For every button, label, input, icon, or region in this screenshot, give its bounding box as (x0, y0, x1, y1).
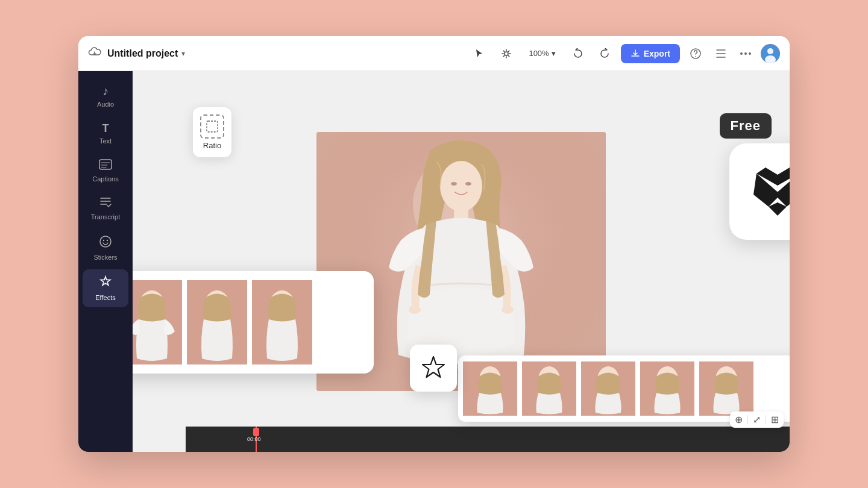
sidebar-effects-label: Effects (95, 294, 115, 301)
svg-point-2 (695, 55, 696, 57)
export-label: Export (644, 49, 670, 58)
audio-icon: ♪ (102, 84, 108, 98)
ratio-label: Ratio (203, 141, 221, 150)
timeline-zoom-controls: ⊕ ⤢ ⊞ (730, 411, 784, 428)
svg-point-11 (103, 240, 104, 241)
playhead-handle (253, 428, 259, 436)
zoom-control-button[interactable]: 100% ▾ (524, 46, 560, 60)
sidebar-item-captions[interactable]: Captions (83, 153, 128, 189)
effects-icon (99, 275, 112, 292)
project-title-chevron-icon: ▾ (181, 49, 185, 58)
zoom-chevron-icon: ▾ (552, 49, 556, 58)
help-button[interactable] (686, 44, 705, 63)
mobile-thumb-3 (252, 280, 312, 364)
svg-point-18 (451, 182, 457, 186)
captions-icon (99, 159, 112, 173)
select-tool-button[interactable] (471, 45, 489, 63)
divider-2 (766, 415, 766, 424)
svg-point-3 (740, 52, 743, 55)
sidebar-transcript-label: Transcript (91, 213, 121, 221)
transcript-icon (99, 197, 112, 211)
film-thumb-4 (640, 361, 694, 416)
pan-tool-button[interactable] (497, 45, 515, 63)
mobile-thumb-1 (133, 280, 182, 364)
redo-button[interactable] (596, 45, 614, 63)
toolbar-right: Export (621, 44, 780, 63)
project-title-button[interactable]: Untitled project ▾ (107, 48, 185, 59)
ratio-panel[interactable]: Ratio (193, 107, 231, 157)
svg-rect-9 (99, 160, 112, 169)
playhead-time: 00:00 (247, 436, 261, 442)
svg-point-4 (744, 52, 747, 55)
timeline-caption-button[interactable]: ⊞ (771, 414, 779, 425)
export-button[interactable]: Export (621, 44, 680, 63)
sidebar-item-transcript[interactable]: Transcript (83, 191, 128, 227)
capcut-logo-icon (747, 161, 790, 222)
playhead-line: 00:00 (256, 427, 257, 452)
film-thumb-2 (522, 361, 576, 416)
toolbar-center: 100% ▾ (471, 45, 613, 63)
timeline-playhead-bar: 00:00 (186, 427, 790, 452)
capcut-logo-card (729, 143, 790, 240)
toolbar-left: Untitled project ▾ (88, 46, 464, 60)
svg-point-10 (100, 236, 111, 247)
sidebar-item-stickers[interactable]: Stickers (83, 229, 128, 267)
film-thumb-5 (699, 361, 753, 416)
list-button[interactable] (711, 45, 731, 62)
sidebar-stickers-label: Stickers (93, 254, 117, 261)
svg-point-12 (107, 240, 108, 241)
svg-rect-13 (207, 121, 218, 132)
app-window: Untitled project ▾ 100% ▾ (78, 36, 790, 452)
undo-button[interactable] (569, 45, 587, 63)
divider (747, 415, 748, 424)
free-badge-text: Free (731, 118, 761, 133)
effects-floating-icon[interactable] (410, 345, 457, 392)
timeline-fit-button[interactable]: ⤢ (753, 414, 761, 425)
canvas-area: Ratio Free (133, 71, 790, 452)
sidebar: ♪ Audio T Text Captions (78, 71, 133, 452)
sidebar-item-effects[interactable]: Effects (83, 269, 128, 307)
sidebar-audio-label: Audio (97, 101, 114, 108)
svg-point-5 (749, 52, 751, 55)
sidebar-item-audio[interactable]: ♪ Audio (83, 78, 128, 114)
svg-point-17 (440, 161, 482, 211)
svg-point-0 (505, 52, 508, 55)
toolbar: Untitled project ▾ 100% ▾ (78, 36, 790, 71)
svg-point-19 (465, 182, 471, 186)
more-button[interactable] (737, 49, 755, 58)
film-thumb-1 (463, 361, 517, 416)
ratio-icon (200, 114, 224, 139)
svg-point-21 (409, 305, 421, 314)
text-icon: T (102, 122, 109, 135)
mobile-preview-track (133, 271, 374, 374)
mobile-thumb-2 (187, 280, 247, 364)
sidebar-captions-label: Captions (92, 175, 118, 183)
timeline-add-button[interactable]: ⊕ (735, 414, 743, 425)
star-effects-icon (420, 355, 447, 381)
stickers-icon (99, 235, 112, 251)
svg-point-22 (502, 305, 514, 314)
user-avatar[interactable] (761, 44, 780, 63)
svg-point-7 (767, 48, 773, 54)
film-thumb-3 (581, 361, 635, 416)
zoom-level-text: 100% (529, 49, 549, 58)
mobile-preview-card (133, 271, 374, 374)
cloud-icon (88, 46, 101, 60)
sidebar-item-text[interactable]: T Text (83, 116, 128, 151)
free-badge: Free (720, 113, 772, 139)
main-area: ♪ Audio T Text Captions (78, 71, 790, 452)
sidebar-text-label: Text (99, 137, 112, 145)
project-title-text: Untitled project (107, 48, 178, 59)
